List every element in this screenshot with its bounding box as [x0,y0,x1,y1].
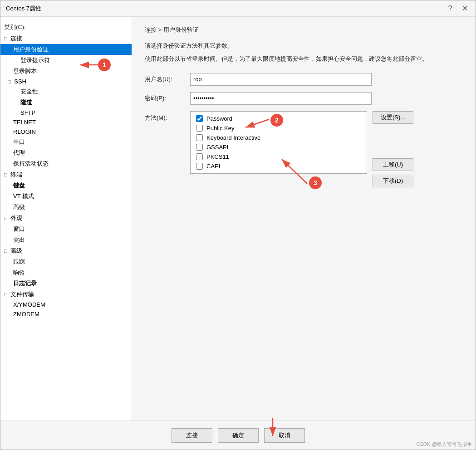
filetransfer-expand-icon: □ [4,292,7,297]
breadcrumb: 连接 > 用户身份验证 [145,26,463,34]
sidebar-item-trace[interactable]: 跟踪 [0,256,132,267]
category-label: 类别(C): [0,20,132,33]
watermark: CSDN @路人皆可遥招手 [417,441,472,448]
username-label: 用户名(U): [145,75,190,83]
sidebar-item-highlight[interactable]: 突出 [0,235,132,245]
checkbox-capi[interactable] [196,163,203,170]
side-buttons: 设置(S)... 上移(U) 下移(D) [373,111,413,187]
terminal-expand-icon: □ [4,172,7,177]
sidebar-item-sftp[interactable]: SFTP [0,108,132,117]
move-up-button[interactable]: 上移(U) [373,158,413,171]
sidebar-item-keepalive[interactable]: 保持活动状态 [0,158,132,169]
close-button[interactable]: ✕ [459,3,470,14]
checkbox-keyboard[interactable] [196,134,203,141]
method-section: 方法(M): Password Public Key Keyboard Inte… [145,111,463,187]
username-row: 用户名(U): [145,73,463,86]
sidebar-item-advanced2[interactable]: □ 高级 [0,245,132,256]
dialog-title: Centos 7属性 [6,5,41,13]
sidebar-item-vt-mode[interactable]: VT 模式 [0,191,132,202]
annotation-1: 1 [98,59,111,71]
settings-button[interactable]: 设置(S)... [373,111,413,124]
username-input[interactable] [190,73,372,86]
method-gssapi-label: GSSAPI [206,144,228,151]
sidebar-item-rlogin[interactable]: RLOGIN [0,127,132,137]
password-row: 密码(P): [145,92,463,105]
sidebar-item-proxy[interactable]: 代理 [0,147,132,158]
sidebar-item-log[interactable]: 日志记录 [0,278,132,289]
method-publickey-label: Public Key [206,125,234,132]
sidebar-item-connection[interactable]: □ 连接 [0,33,132,44]
checkbox-password[interactable] [196,115,203,122]
sidebar-item-keyboard[interactable]: 键盘 [0,180,132,191]
help-button[interactable]: ? [445,3,456,14]
sidebar-item-login-script[interactable]: 登录脚本 [0,66,132,77]
method-capi[interactable]: CAPI [196,163,361,170]
annotation-3: 3 [309,176,322,189]
method-password-label: Password [206,115,232,122]
checkbox-gssapi[interactable] [196,144,203,151]
title-bar: Centos 7属性 ? ✕ [0,0,476,17]
sidebar-item-bell[interactable]: 响铃 [0,267,132,278]
expand-icon: □ [4,36,7,41]
method-gssapi[interactable]: GSSAPI [196,144,361,151]
section-desc1: 请选择身份验证方法和其它参数。 使用此部分以节省登录时间。但是，为了最大限度地提… [145,41,463,64]
appearance-expand-icon: □ [4,215,7,221]
sidebar-item-zmodem[interactable]: ZMODEM [0,309,132,319]
dialog-body: 类别(C): □ 连接 用户身份验证 登录提示符 登录脚本 □ SSH [0,17,476,421]
sidebar-item-terminal[interactable]: □ 终端 [0,169,132,180]
sidebar-item-telnet[interactable]: TELNET [0,117,132,127]
sidebar-item-security[interactable]: 安全性 [0,86,132,97]
checkbox-pkcs11[interactable] [196,153,203,160]
sidebar-item-file-transfer[interactable]: □ 文件传输 [0,289,132,300]
move-down-button[interactable]: 下移(D) [373,175,413,187]
sidebar-item-appearance[interactable]: □ 外观 [0,213,132,224]
password-input[interactable] [190,92,372,105]
method-pkcs11[interactable]: PKCS11 [196,153,361,160]
sidebar-item-advanced[interactable]: 高级 [0,202,132,213]
sidebar-item-ssh[interactable]: □ SSH [0,77,132,86]
ssh-expand-icon: □ [8,79,11,84]
ok-button[interactable]: 确定 [218,428,259,443]
title-bar-buttons: ? ✕ [445,3,470,14]
dialog: Centos 7属性 ? ✕ 类别(C): □ 连接 用户身份验证 登录提示符 [0,0,476,450]
dialog-footer: 连接 确定 取消 CSDN @路人皆可遥招手 [0,421,476,450]
password-label: 密码(P): [145,94,190,103]
method-label: 方法(M): [145,114,190,122]
sidebar-item-window[interactable]: 窗口 [0,224,132,235]
checkbox-publickey[interactable] [196,125,203,132]
method-keyboard[interactable]: Keyboard Interactive [196,134,361,141]
method-capi-label: CAPI [206,163,220,170]
connect-button[interactable]: 连接 [172,428,212,443]
sidebar-item-user-auth[interactable]: 用户身份验证 [0,44,132,55]
method-keyboard-label: Keyboard Interactive [206,134,260,141]
cancel-button[interactable]: 取消 [264,428,305,443]
sidebar: 类别(C): □ 连接 用户身份验证 登录提示符 登录脚本 □ SSH [0,17,132,421]
sidebar-item-xymodem[interactable]: X/YMODEM [0,300,132,309]
advanced2-expand-icon: □ [4,248,7,254]
main-content: 连接 > 用户身份验证 请选择身份验证方法和其它参数。 使用此部分以节省登录时间… [132,17,476,421]
method-pkcs11-label: PKCS11 [206,153,229,160]
annotation-2: 2 [270,114,283,127]
sidebar-item-serial[interactable]: 串口 [0,137,132,147]
sidebar-item-login-prompt[interactable]: 登录提示符 [0,55,132,66]
sidebar-item-tunnel[interactable]: 隧道 [0,97,132,108]
